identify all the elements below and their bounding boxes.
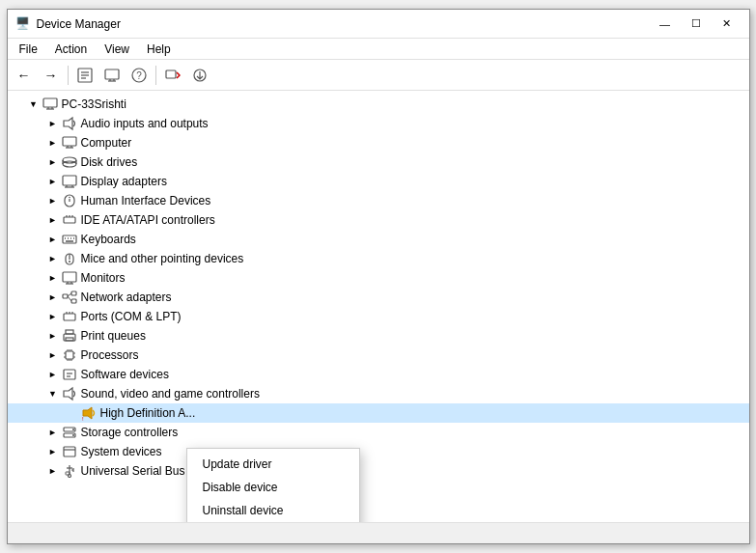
svg-rect-49 <box>63 294 68 298</box>
network-label: Network adapters <box>81 290 172 304</box>
context-uninstall-device[interactable]: Uninstall device <box>187 499 360 522</box>
svg-rect-82 <box>64 447 75 456</box>
tree-item-display[interactable]: ► Display adapters <box>8 172 749 191</box>
hid-icon <box>62 193 77 208</box>
svg-rect-45 <box>63 272 76 282</box>
computer-icon <box>62 135 77 151</box>
tree-item-software[interactable]: ► Software devices <box>8 365 749 384</box>
tree-item-storage[interactable]: ► Storage controllers <box>8 423 749 442</box>
svg-point-24 <box>63 157 76 163</box>
toolbar-separator-2 <box>155 66 156 85</box>
back-button[interactable]: ← <box>12 63 37 88</box>
menu-help[interactable]: Help <box>139 41 179 58</box>
monitors-chevron: ► <box>46 271 60 285</box>
tree-view[interactable]: ▼ PC-33Srishti ► Audio inputs and output… <box>8 91 749 522</box>
svg-point-81 <box>72 434 74 436</box>
audio-label: Audio inputs and outputs <box>81 117 209 130</box>
software-chevron: ► <box>46 368 60 381</box>
tree-item-processors[interactable]: ► Processors <box>8 346 749 365</box>
window-title: Device Manager <box>37 17 121 31</box>
hid-label: Human Interface Devices <box>81 194 211 207</box>
ports-chevron: ► <box>46 310 60 323</box>
svg-rect-60 <box>66 338 73 341</box>
svg-rect-25 <box>63 176 76 185</box>
tree-item-network[interactable]: ► Network adapters <box>8 288 749 307</box>
tree-item-ide[interactable]: ► IDE ATA/ATAPI controllers <box>8 210 749 230</box>
network-icon <box>62 290 77 305</box>
tree-item-usb[interactable]: ► Universal Serial Bus c... <box>8 461 749 481</box>
title-bar: 🖥️ Device Manager — ☐ ✕ <box>8 10 749 39</box>
svg-text:?: ? <box>136 70 142 81</box>
tree-item-ports[interactable]: ► Ports (COM & LPT) <box>8 307 749 326</box>
tree-item-hd-audio[interactable]: ► ! High Definition A... <box>8 403 749 423</box>
menu-action[interactable]: Action <box>47 41 95 58</box>
monitors-label: Monitors <box>81 271 126 285</box>
maximize-button[interactable]: ☐ <box>682 14 711 34</box>
software-label: Software devices <box>81 368 169 381</box>
svg-rect-12 <box>43 98 57 107</box>
window-icon: 🖥️ <box>15 16 31 32</box>
svg-rect-50 <box>71 291 76 295</box>
system-chevron: ► <box>46 445 60 458</box>
root-chevron: ▼ <box>27 97 41 111</box>
device-manager-window: 🖥️ Device Manager — ☐ ✕ File Action View… <box>7 9 750 544</box>
audio-icon <box>62 116 77 131</box>
tree-item-mice[interactable]: ► Mice and other pointing devices <box>8 249 749 268</box>
tree-item-keyboard[interactable]: ► Keyboards <box>8 230 749 249</box>
tree-item-audio[interactable]: ► Audio inputs and outputs <box>8 114 749 133</box>
forward-button[interactable]: → <box>39 63 64 88</box>
help-button[interactable]: ? <box>126 63 152 88</box>
menu-file[interactable]: File <box>12 41 45 58</box>
minimize-button[interactable]: — <box>651 14 680 34</box>
tree-item-disk[interactable]: ► Disk drives <box>8 152 749 172</box>
audio-chevron: ► <box>46 117 60 130</box>
svg-rect-61 <box>66 351 73 359</box>
svg-rect-10 <box>166 70 176 78</box>
tree-item-system[interactable]: ► System devices <box>8 442 749 461</box>
computer-chevron: ► <box>46 136 60 150</box>
svg-rect-72 <box>64 370 75 379</box>
sound-chevron: ▼ <box>46 387 60 401</box>
svg-rect-59 <box>66 330 73 334</box>
hd-audio-label: High Definition A... <box>100 406 196 420</box>
display-label: Display adapters <box>81 175 167 188</box>
processors-label: Processors <box>81 348 139 362</box>
svg-rect-32 <box>64 217 75 223</box>
computer-icon <box>42 97 58 112</box>
print-label: Print queues <box>81 329 146 343</box>
status-bar <box>8 522 749 543</box>
processors-icon <box>62 347 77 363</box>
tree-item-sound[interactable]: ▼ Sound, video and game controllers <box>8 384 749 403</box>
menu-view[interactable]: View <box>97 41 137 58</box>
storage-icon <box>62 425 77 440</box>
svg-rect-36 <box>63 235 76 243</box>
hid-chevron: ► <box>46 194 60 207</box>
network-chevron: ► <box>46 290 60 304</box>
storage-label: Storage controllers <box>81 426 179 439</box>
svg-text:!: ! <box>82 416 84 421</box>
tree-root[interactable]: ▼ PC-33Srishti <box>8 95 749 114</box>
tree-item-print[interactable]: ► Print queues <box>8 326 749 346</box>
device-manager-button[interactable] <box>99 63 125 88</box>
computer-label: Computer <box>81 136 132 150</box>
disk-icon <box>62 154 77 170</box>
keyboard-label: Keyboards <box>81 233 136 246</box>
update-driver-button[interactable] <box>187 63 212 88</box>
keyboard-icon <box>62 232 77 247</box>
svg-marker-16 <box>64 118 72 129</box>
svg-point-31 <box>69 197 70 199</box>
close-button[interactable]: ✕ <box>713 14 742 34</box>
svg-rect-51 <box>71 299 76 303</box>
tree-item-computer[interactable]: ► Computer <box>8 133 749 152</box>
properties-button[interactable] <box>72 63 98 88</box>
context-update-driver[interactable]: Update driver <box>187 453 360 476</box>
context-disable-device[interactable]: Disable device <box>187 476 360 499</box>
hd-audio-icon: ! <box>81 405 97 421</box>
processors-chevron: ► <box>46 348 60 362</box>
tree-item-hid[interactable]: ► Human Interface Devices <box>8 191 749 210</box>
scan-hardware-button[interactable] <box>160 63 185 88</box>
mice-chevron: ► <box>46 252 60 265</box>
ide-chevron: ► <box>46 213 60 227</box>
sound-icon <box>62 386 77 401</box>
tree-item-monitors[interactable]: ► Monitors <box>8 268 749 288</box>
